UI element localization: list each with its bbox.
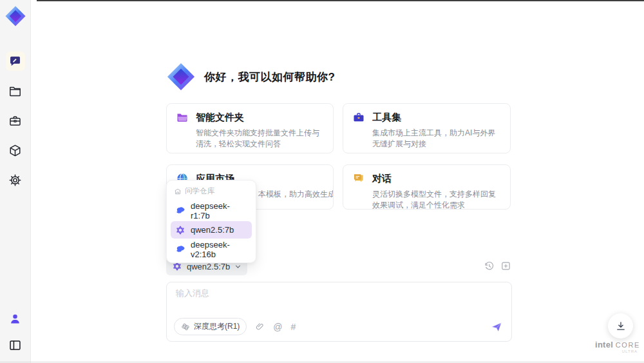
download-button[interactable] [608, 313, 633, 338]
chat-bubble-icon [352, 172, 365, 185]
model-option-label: qwen2.5:7b [191, 225, 234, 235]
intel-core-logo: intel core ULTRA [594, 340, 641, 353]
sidebar-nav [6, 52, 25, 190]
app-logo-icon [5, 5, 26, 27]
app-logo-icon [166, 62, 196, 92]
model-dropdown: 问学仓库 deepseek-r1:7b qwen2.5:7b deepseek-… [166, 180, 256, 263]
user-icon [8, 312, 22, 326]
qwen-star-icon [175, 225, 185, 235]
main-content: 你好，我可以如何帮助你? 智能文件夹 智能文件夹功能支持批量文件上传与清洗，轻松… [166, 0, 512, 363]
composer-top-icons [484, 260, 511, 271]
card-toolset[interactable]: 工具集 集成市场上主流工具，助力AI与外界无缝扩展与对接 [343, 103, 511, 153]
split-panel-icon [8, 338, 22, 352]
paperclip-icon [255, 322, 265, 331]
hashtag-button[interactable]: # [291, 322, 296, 331]
gear-icon [8, 173, 22, 187]
sidebar [0, 0, 31, 363]
card-title: 智能文件夹 [196, 112, 244, 124]
sidebar-bottom [6, 309, 25, 355]
composer: 深度思考(R1) @ # [166, 282, 512, 342]
sidebar-item-panel[interactable] [6, 335, 25, 355]
mention-button[interactable]: @ [273, 322, 282, 331]
chevron-down-icon [234, 263, 242, 270]
brand-ultra: ULTRA [594, 349, 638, 353]
card-dialogue[interactable]: 对话 灵活切换多模型文件，支持多样回复效果调试，满足个性化需求 [343, 164, 511, 210]
card-description: 灵活切换多模型文件，支持多样回复效果调试，满足个性化需求 [372, 189, 501, 210]
deep-think-icon [181, 322, 190, 331]
attach-file-button[interactable] [255, 322, 265, 331]
sidebar-item-user[interactable] [6, 309, 25, 328]
composer-toolbar: 深度思考(R1) @ # [174, 318, 503, 335]
folder-icon [176, 111, 189, 124]
deep-think-button[interactable]: 深度思考(R1) [174, 318, 247, 335]
model-option-label: deepseek-v2:16b [191, 240, 247, 259]
sidebar-item-apps[interactable] [6, 141, 25, 160]
message-input[interactable] [175, 286, 502, 313]
send-button[interactable] [490, 320, 503, 333]
deepseek-whale-icon [175, 206, 185, 216]
greeting-row: 你好，我可以如何帮助你? [166, 62, 335, 92]
toolbox-icon [8, 114, 22, 128]
brand-core: core [616, 341, 640, 349]
model-option-deepseek-r1[interactable]: deepseek-r1:7b [171, 202, 252, 219]
sidebar-item-settings[interactable] [6, 170, 25, 190]
cube-icon [8, 144, 22, 157]
deepseek-whale-icon [175, 244, 185, 255]
model-option-qwen[interactable]: qwen2.5:7b [171, 221, 252, 239]
model-dropdown-header-label: 问学仓库 [185, 186, 214, 196]
folder-icon [8, 84, 22, 98]
briefcase-icon [352, 111, 365, 124]
history-icon[interactable] [484, 260, 495, 271]
model-option-deepseek-v2[interactable]: deepseek-v2:16b [171, 240, 252, 258]
window-bottom-edge [0, 362, 644, 362]
sidebar-item-chat[interactable] [6, 52, 25, 71]
card-description: 集成市场上主流工具，助力AI与外界无缝扩展与对接 [372, 128, 501, 150]
sidebar-item-toolbox[interactable] [6, 111, 25, 130]
page-title: 你好，我可以如何帮助你? [204, 70, 335, 84]
download-icon [615, 320, 627, 332]
card-title: 工具集 [372, 112, 401, 124]
model-dropdown-header: 问学仓库 [171, 185, 252, 200]
brand-intel: intel [595, 340, 613, 349]
send-icon [490, 320, 503, 333]
repository-icon [174, 188, 182, 195]
card-smart-folder[interactable]: 智能文件夹 智能文件夹功能支持批量文件上传与清洗，轻松实现文件问答 [166, 103, 334, 153]
card-title: 对话 [372, 173, 392, 185]
new-chat-icon[interactable] [500, 260, 511, 271]
sidebar-item-folders[interactable] [6, 81, 25, 101]
model-option-label: deepseek-r1:7b [191, 201, 247, 221]
card-description: 智能文件夹功能支持批量文件上传与清洗，轻松实现文件问答 [196, 128, 324, 150]
deep-think-label: 深度思考(R1) [194, 321, 240, 332]
chat-icon [8, 55, 22, 68]
